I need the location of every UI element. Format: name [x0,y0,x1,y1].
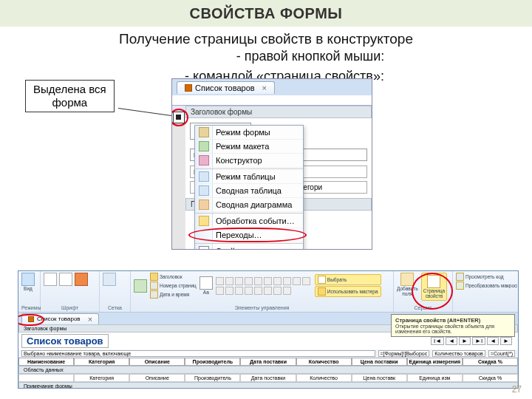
control-icon[interactable] [235,277,243,285]
textbox-icon [200,276,213,290]
control-icon[interactable] [283,287,291,295]
expression-value[interactable]: =Count(*) [488,350,515,357]
form-title-label-2[interactable]: Список товаров [21,334,109,348]
ribbon-btn-view[interactable]: Вид [21,273,35,292]
detail-cell[interactable]: Дата поставки [240,374,296,382]
ribbon-btn-page-numbers[interactable]: Номера страниц [150,282,197,290]
column-header[interactable]: Количество [296,358,352,366]
section-form-footer[interactable]: Примечание формы [18,382,518,389]
menu-item-pivot-chart[interactable]: Сводная диаграмма [195,198,303,212]
pivot-chart-icon [199,200,209,210]
nav-next2[interactable]: ► [500,337,512,345]
column-header[interactable]: Наименование [18,358,74,366]
nav-last[interactable]: ►I [472,337,485,345]
column-header[interactable]: Скидка % [463,358,518,366]
detail-cell[interactable]: Единица изм [407,374,463,382]
control-icon[interactable] [273,287,282,295]
control-icon[interactable] [254,277,262,285]
navigation-controls: I◄ ◄ ► ►I ◄ ► [431,337,512,345]
pivot-table-icon [199,185,209,196]
detail-cell[interactable]: Описание [129,374,185,382]
control-icon[interactable] [302,277,310,285]
control-icon[interactable] [264,277,272,285]
tooltip: Страница свойств (Alt+ENTER) Открытие ст… [391,314,515,337]
ribbon-btn-heading[interactable]: Заголовок [150,273,197,281]
highlight-ellipse-property-sheet-btn [412,273,453,310]
menu-item-form-view[interactable]: Режим формы [195,126,303,140]
expression-value[interactable]: =[Формы]![Выборос [378,350,430,357]
column-header[interactable]: Описание [129,358,185,366]
column-header[interactable]: Производитель [185,358,240,366]
ribbon-btn-font-a[interactable] [44,273,57,286]
nav-prev[interactable]: ◄ [446,337,457,345]
control-icon[interactable] [283,277,291,285]
control-icon[interactable] [216,277,224,285]
ribbon-group-font: Шрифт [41,271,100,312]
menu-item-datasheet-view[interactable]: Режим таблицы [195,170,303,184]
column-header[interactable]: Категория [74,358,129,366]
add-fields-icon [400,273,414,286]
control-icon[interactable] [293,277,301,285]
column-header[interactable]: Дата поставки [240,358,296,366]
menu-item-design-view[interactable]: Конструктор [195,154,303,168]
menu-item-event-handling[interactable]: Обработка событий… [195,214,303,228]
grid-icon [103,273,116,286]
section-detail[interactable]: Область данных [18,366,518,374]
ribbon-group-code: Просмотреть код Преобразовать макросы фо… [453,271,518,312]
control-icon[interactable] [235,287,243,295]
ribbon-btn-logo[interactable] [134,279,147,293]
ribbon-btn-view-code[interactable]: Просмотреть код [456,273,503,281]
close-icon[interactable]: × [88,315,92,324]
control-icon[interactable] [245,277,253,285]
control-icon[interactable] [245,287,253,295]
ribbon-btn-font-b[interactable] [59,273,72,286]
control-icon[interactable] [216,287,224,295]
close-icon[interactable]: × [262,83,267,92]
nav-next[interactable]: ► [459,337,471,345]
control-icon[interactable] [273,277,282,285]
detail-cell[interactable]: Производитель [185,374,240,382]
expression-label[interactable]: Выбрано наименование товара, включающе [21,350,375,357]
nav-prev2[interactable]: ◄ [487,337,499,345]
ribbon-btn-gridlines[interactable] [103,273,116,286]
detail-cell[interactable] [18,374,74,382]
form-header-section-bar[interactable]: Заголовок формы [185,106,372,118]
design-view-icon [199,155,209,166]
menu-item-pivot-table[interactable]: Сводная таблица [195,184,303,198]
datasheet-view-icon [199,171,209,182]
ribbon-btn-use-wizard[interactable]: Использовать мастера [315,286,381,297]
detail-cell[interactable]: Скидка % [463,374,518,382]
callout-form-selected: Выделена вся форма [25,80,115,112]
expression-row: Выбрано наименование товара, включающе =… [18,349,518,358]
ribbon-group-controls: Заголовок Номера страниц Дата и время Aa [131,271,394,312]
control-icon[interactable] [225,287,233,295]
vertical-ruler [172,123,185,249]
control-icon[interactable] [264,287,272,295]
ribbon-btn-select[interactable]: Выбрать [315,274,381,285]
control-icon[interactable] [254,287,262,295]
ribbon-btn-font-color[interactable] [75,273,88,286]
detail-cell[interactable]: Количество [296,374,352,382]
detail-cell[interactable]: Категория [74,374,129,382]
ribbon-btn-date-time[interactable]: Дата и время [150,290,197,299]
ribbon-btn-convert-macros[interactable]: Преобразовать макросы формы в... [456,282,517,290]
events-icon [199,216,209,226]
page-number: 27 [512,384,522,395]
column-header[interactable]: Цена поставки [352,358,407,366]
view-icon [21,273,35,286]
document-tab[interactable]: Список товаров × [177,81,275,94]
menu-item-properties[interactable]: Свойства [195,245,303,250]
detail-cell[interactable]: Цена поставк [352,374,407,382]
datetime-icon [150,290,158,299]
layout-view-icon [199,141,209,151]
control-icon[interactable] [225,277,233,285]
detail-row: Категория Описание Производитель Дата по… [18,374,518,382]
column-header[interactable]: Единица измерения [407,358,463,366]
expression-label[interactable]: Количество товаров [432,350,485,357]
slide-title: СВОЙСТВА ФОРМЫ [0,0,532,27]
nav-first[interactable]: I◄ [431,337,444,345]
form-icon [185,84,192,92]
menu-item-layout-view[interactable]: Режим макета [195,140,303,154]
ribbon-btn-textbox[interactable]: Aa [200,276,213,296]
page-num-icon [150,282,158,290]
